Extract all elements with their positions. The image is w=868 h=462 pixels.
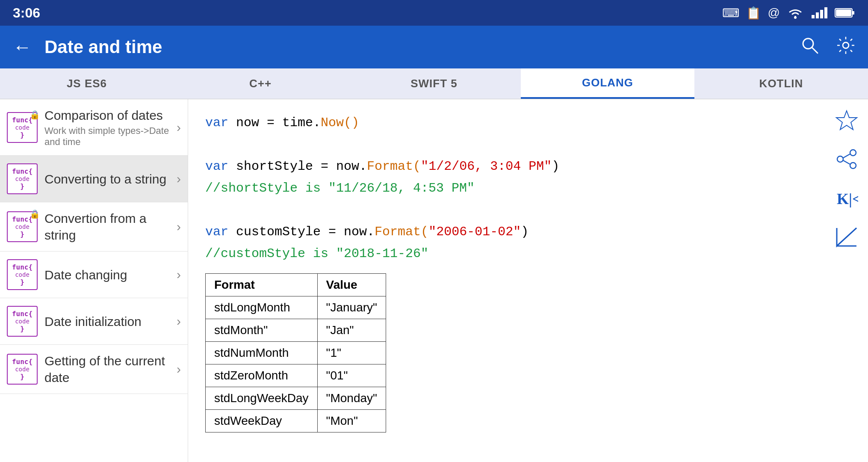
str-short: "1/2/06, 3:04 PM" [421, 159, 552, 174]
table-header-value: Value [317, 274, 386, 296]
table-header-format: Format [206, 274, 318, 296]
keyboard-icon: ⌨ [722, 6, 739, 20]
sidebar-icon-convertion: 🔒 func{ code } [7, 211, 38, 242]
comment-custom: //customStyle is "2018-11-26" [205, 246, 428, 261]
tab-swift[interactable]: SWIFT 5 [347, 68, 521, 99]
table-cell-0-0: stdLongMonth [206, 296, 318, 319]
var-shortstyle: shortStyle = now. [236, 159, 367, 174]
svg-marker-20 [836, 111, 857, 130]
svg-rect-3 [820, 10, 823, 18]
svg-line-9 [812, 47, 818, 53]
sidebar-arrow-date-init: › [177, 314, 181, 329]
tab-cpp[interactable]: C++ [174, 68, 347, 99]
var-now: now = time. [236, 116, 321, 130]
table-cell-1-0: stdMonth" [206, 319, 318, 342]
sidebar-title-date-init: Date initialization [44, 313, 173, 330]
svg-text:K|<: K|< [837, 190, 858, 207]
tab-js[interactable]: JS ES6 [0, 68, 174, 99]
sidebar-title-convertion: Convertion from a string [44, 210, 173, 243]
sidebar: 🔒 func{ code } Comparison of dates Work … [0, 99, 188, 462]
sidebar-icon-date-changing: func{ code } [7, 259, 38, 290]
sidebar-title-current-date: Getting of the current date [44, 352, 173, 386]
tab-golang[interactable]: GOLANG [521, 68, 694, 99]
sidebar-title-converting: Converting to a string [44, 171, 173, 187]
signal-icon [811, 6, 828, 19]
sidebar-item-comparison[interactable]: 🔒 func{ code } Comparison of dates Work … [0, 99, 188, 156]
code-line-1: var now = time.Now() [205, 112, 851, 134]
sidebar-item-current-date[interactable]: func{ code } Getting of the current date… [0, 345, 188, 394]
collapse-button[interactable] [834, 223, 859, 249]
sidebar-arrow-current-date: › [177, 362, 181, 376]
sidebar-icon-comparison: 🔒 func{ code } [7, 112, 38, 143]
table-row-0: stdLongMonth"January" [206, 296, 386, 319]
method-format-2: Format( [375, 225, 428, 239]
app-bar: ← Date and time [0, 26, 868, 68]
search-button[interactable] [800, 36, 819, 59]
comment-short: //shortStyle is "11/26/18, 4:53 PM" [205, 181, 475, 195]
svg-rect-2 [816, 12, 819, 18]
sidebar-arrow-convertion: › [177, 219, 181, 234]
svg-line-18 [839, 50, 841, 52]
svg-point-0 [794, 16, 797, 19]
table-cell-4-1: "Monday" [317, 387, 386, 410]
table-row-1: stdMonth""Jan" [206, 319, 386, 342]
svg-point-23 [850, 163, 856, 169]
at-icon: @ [768, 6, 780, 20]
sidebar-item-convertion[interactable]: 🔒 func{ code } Convertion from a string … [0, 202, 188, 252]
sidebar-icon-date-init: func{ code } [7, 306, 38, 337]
status-time: 3:06 [13, 5, 40, 21]
table-row-3: stdZeroMonth"01" [206, 364, 386, 387]
sidebar-subtitle-comparison: Work with simple types->Date and time [44, 125, 173, 148]
lock-badge: 🔒 [30, 110, 40, 120]
table-cell-2-1: "1" [317, 342, 386, 364]
svg-line-25 [843, 160, 850, 164]
svg-line-24 [843, 154, 850, 158]
star-button[interactable] [834, 108, 859, 133]
sidebar-title-comparison: Comparison of dates [44, 107, 173, 124]
code-line-5: var customStyle = now.Format("2006-01-02… [205, 221, 851, 243]
svg-rect-6 [852, 11, 854, 15]
table-row-2: stdNumMonth"1" [206, 342, 386, 364]
var-customstyle: customStyle = now. [236, 225, 375, 239]
sidebar-arrow-converting: › [177, 172, 181, 186]
right-actions: K|< [834, 108, 859, 249]
svg-rect-1 [812, 15, 815, 18]
sidebar-item-converting[interactable]: func{ code } Converting to a string › [0, 156, 188, 202]
sim-icon: 📋 [746, 6, 761, 20]
battery-icon [835, 7, 855, 18]
table-cell-1-1: "Jan" [317, 319, 386, 342]
keyword-var-2: var [205, 159, 228, 174]
table-cell-3-0: stdZeroMonth [206, 364, 318, 387]
wifi-icon [787, 6, 804, 19]
method-format-1: Format( [367, 159, 421, 174]
share-button[interactable] [834, 146, 859, 172]
code-block: var now = time.Now() var shortStyle = no… [205, 112, 851, 265]
svg-line-16 [850, 50, 852, 52]
code-line-6: //customStyle is "2018-11-26" [205, 243, 851, 265]
back-button[interactable]: ← [13, 36, 32, 58]
settings-button[interactable] [836, 36, 855, 59]
svg-line-17 [850, 39, 852, 41]
svg-point-22 [837, 156, 843, 162]
str-custom: "2006-01-02" [428, 225, 521, 239]
sidebar-item-date-init[interactable]: func{ code } Date initialization › [0, 298, 188, 345]
tab-kotlin[interactable]: KOTLIN [694, 68, 868, 99]
format-table: Format Value stdLongMonth"January"stdMon… [205, 273, 386, 432]
table-cell-2-0: stdNumMonth [206, 342, 318, 364]
sidebar-item-date-changing[interactable]: func{ code } Date changing › [0, 252, 188, 298]
table-row-4: stdLongWeekDay"Monday" [206, 387, 386, 410]
table-cell-5-1: "Mon" [317, 410, 386, 432]
svg-line-15 [839, 39, 841, 41]
tab-bar: JS ES6 C++ SWIFT 5 GOLANG KOTLIN [0, 68, 868, 99]
table-cell-3-1: "01" [317, 364, 386, 387]
sidebar-icon-converting: func{ code } [7, 163, 38, 194]
method-now: Now() [321, 116, 359, 130]
table-cell-4-0: stdLongWeekDay [206, 387, 318, 410]
content-panel: var now = time.Now() var shortStyle = no… [188, 99, 868, 462]
table-row-5: stdWeekDay"Mon" [206, 410, 386, 432]
sidebar-icon-current-date: func{ code } [7, 354, 38, 385]
svg-point-19 [843, 42, 849, 48]
lock-badge-2: 🔒 [30, 209, 40, 219]
sidebar-arrow-comparison: › [177, 120, 181, 135]
kotlin-button[interactable]: K|< [834, 185, 859, 210]
